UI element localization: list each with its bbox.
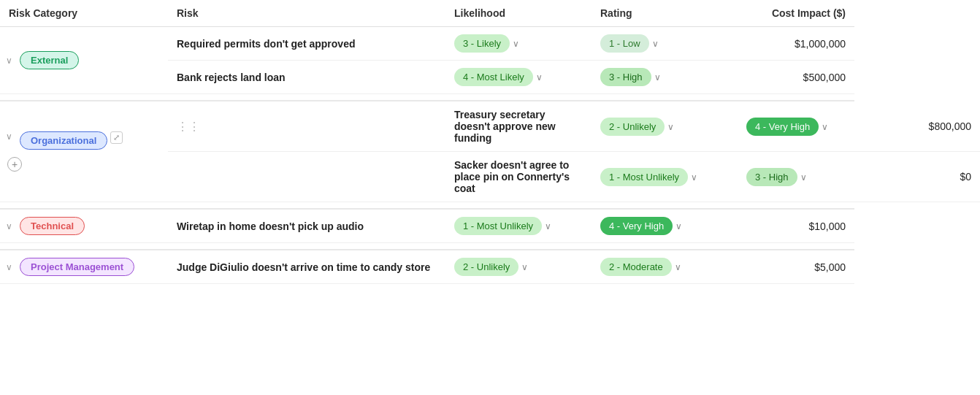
rating-pill[interactable]: 1 - Low	[600, 34, 649, 53]
likelihood-cell[interactable]: 2 - Unlikely∨	[592, 101, 738, 152]
likelihood-pill[interactable]: 4 - Most Likely	[454, 68, 533, 86]
likelihood-cell[interactable]: 1 - Most Unlikely∨	[592, 152, 738, 202]
category-badge: Technical	[20, 217, 85, 235]
rating-pill[interactable]: 4 - Very High	[746, 118, 819, 136]
group-divider	[0, 202, 980, 210]
risk-cell: Required permits don't get approved	[168, 27, 445, 61]
category-badge: Organizational	[20, 131, 107, 150]
likelihood-chevron-icon[interactable]: ∨	[521, 262, 532, 272]
risk-text: Required permits don't get approved	[177, 38, 355, 50]
likelihood-cell[interactable]: 1 - Most Unlikely∨	[445, 209, 592, 243]
header-cost: Cost Impact ($)	[738, 0, 854, 27]
risk-text: Bank rejects land loan	[177, 72, 286, 83]
cost-cell: $500,000	[738, 61, 854, 94]
rating-chevron-icon[interactable]: ∨	[675, 221, 686, 231]
risk-cell: Bank rejects land loan	[168, 61, 445, 94]
likelihood-cell[interactable]: 2 - Unlikely∨	[445, 250, 592, 284]
category-cell: ∨Project Management	[0, 250, 168, 284]
likelihood-pill[interactable]: 1 - Most Unlikely	[600, 168, 688, 186]
cost-cell: $10,000	[738, 209, 854, 243]
risk-text: Sacker doesn't agree to place pin on Con…	[454, 159, 570, 194]
rating-pill[interactable]: 2 - Moderate	[600, 258, 672, 276]
cost-cell: $5,000	[738, 250, 854, 284]
rating-chevron-icon[interactable]: ∨	[822, 122, 832, 132]
category-badge: External	[20, 51, 79, 69]
header-likelihood: Likelihood	[445, 0, 592, 27]
rating-pill[interactable]: 4 - Very High	[600, 217, 673, 235]
likelihood-pill[interactable]: 2 - Unlikely	[600, 118, 665, 136]
risk-table: Risk Category Risk Likelihood Rating Cos…	[0, 0, 980, 284]
rating-cell[interactable]: 2 - Moderate∨	[592, 250, 738, 284]
expand-arrow-icon[interactable]: ⤢	[110, 131, 123, 144]
group-row: ∨Project ManagementJudge DiGiulio doesn'…	[0, 250, 980, 284]
section-toggle[interactable]: ∨	[6, 55, 12, 66]
rating-pill[interactable]: 3 - High	[600, 68, 651, 86]
add-row-button[interactable]: +	[7, 157, 22, 172]
rating-cell[interactable]: 4 - Very High∨	[592, 209, 738, 243]
likelihood-cell[interactable]: 3 - Likely∨	[445, 27, 592, 61]
group-row: ∨ExternalRequired permits don't get appr…	[0, 27, 980, 61]
rating-pill[interactable]: 3 - High	[746, 168, 797, 186]
likelihood-chevron-icon[interactable]: ∨	[545, 221, 555, 231]
drag-handle-icon[interactable]: ⋮⋮	[177, 120, 200, 133]
category-cell: ∨Organizational⤢+	[0, 101, 168, 202]
category-badge: Project Management	[20, 258, 134, 276]
category-cell: ∨Technical	[0, 209, 168, 243]
risk-cell: Treasury secretary doesn't approve new f…	[445, 101, 592, 152]
cost-cell: $0	[854, 152, 980, 202]
drag-handle-cell	[168, 152, 445, 202]
group-divider	[0, 243, 980, 250]
likelihood-chevron-icon[interactable]: ∨	[667, 122, 678, 132]
risk-cell: Wiretap in home doesn't pick up audio	[168, 209, 445, 243]
likelihood-chevron-icon[interactable]: ∨	[536, 72, 546, 83]
rating-chevron-icon[interactable]: ∨	[675, 262, 685, 272]
likelihood-pill[interactable]: 3 - Likely	[454, 34, 510, 53]
rating-cell[interactable]: 4 - Very High∨	[738, 101, 854, 152]
likelihood-cell[interactable]: 4 - Most Likely∨	[445, 61, 592, 94]
rating-chevron-icon[interactable]: ∨	[800, 172, 811, 183]
likelihood-chevron-icon[interactable]: ∨	[691, 172, 701, 183]
rating-chevron-icon[interactable]: ∨	[654, 72, 665, 83]
cost-cell: $800,000	[854, 101, 980, 152]
risk-text: Treasury secretary doesn't approve new f…	[454, 109, 556, 144]
section-toggle[interactable]: ∨	[6, 131, 12, 142]
rating-cell[interactable]: 3 - High∨	[738, 152, 854, 202]
rating-cell[interactable]: 1 - Low∨	[592, 27, 738, 61]
rating-chevron-icon[interactable]: ∨	[652, 39, 662, 49]
risk-cell: Sacker doesn't agree to place pin on Con…	[445, 152, 592, 202]
header-rating: Rating	[592, 0, 738, 27]
likelihood-pill[interactable]: 2 - Unlikely	[454, 258, 518, 276]
risk-table-wrapper: Risk Category Risk Likelihood Rating Cos…	[0, 0, 980, 395]
group-divider	[0, 94, 980, 101]
group-row: ∨Organizational⤢+⋮⋮Treasury secretary do…	[0, 101, 980, 152]
header-category: Risk Category	[0, 0, 168, 27]
rating-cell[interactable]: 3 - High∨	[592, 61, 738, 94]
header-risk: Risk	[168, 0, 445, 27]
section-toggle[interactable]: ∨	[6, 262, 12, 272]
section-toggle[interactable]: ∨	[6, 221, 12, 231]
risk-cell: Judge DiGiulio doesn't arrive on time to…	[168, 250, 445, 284]
risk-text: Judge DiGiulio doesn't arrive on time to…	[177, 261, 430, 273]
drag-handle-cell: ⋮⋮	[168, 101, 445, 152]
likelihood-chevron-icon[interactable]: ∨	[513, 39, 523, 49]
cost-cell: $1,000,000	[738, 27, 854, 61]
likelihood-pill[interactable]: 1 - Most Unlikely	[454, 217, 542, 235]
category-cell: ∨External	[0, 27, 168, 94]
risk-text: Wiretap in home doesn't pick up audio	[177, 220, 364, 232]
group-row: ∨TechnicalWiretap in home doesn't pick u…	[0, 209, 980, 243]
